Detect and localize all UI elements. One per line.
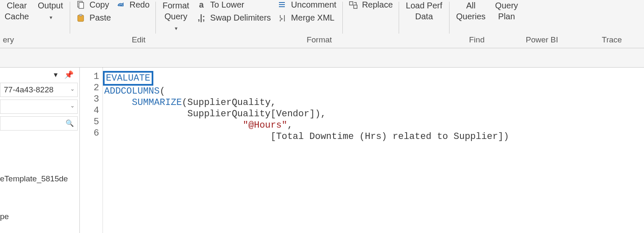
- format-stack-2: Uncomment Merge XML: [274, 0, 340, 34]
- redo-button[interactable]: Redo: [116, 0, 150, 10]
- ribbon: Clear Cache Output Copy: [0, 0, 644, 48]
- code-line[interactable]: SUMMARIZE(SupplierQuality,: [104, 97, 641, 108]
- merge-xml-button[interactable]: Merge XML: [278, 13, 336, 23]
- copy-button[interactable]: Copy: [76, 0, 111, 10]
- panel-header: ▾ 📌: [0, 68, 79, 80]
- line-number: 6: [80, 128, 99, 139]
- chevron-down-icon-2: ⌄: [70, 102, 75, 109]
- query-plan-button[interactable]: Query Plan: [490, 0, 523, 34]
- load-perf-line1: Load Perf: [406, 0, 442, 11]
- paste-icon: [76, 13, 85, 23]
- format-query-dropdown-caret: [164, 22, 187, 34]
- tree-item-1[interactable]: pe: [0, 210, 79, 223]
- load-perf-data-button[interactable]: Load Perf Data: [402, 0, 447, 34]
- query-plan-line2: Plan: [498, 11, 515, 22]
- code-area[interactable]: EVALUATEADDCOLUMNS( SUMMARIZE(SupplierQu…: [104, 71, 641, 233]
- query-plan-line1: Query: [495, 0, 518, 11]
- divider-traces: [449, 2, 449, 34]
- copy-icon: [76, 0, 85, 10]
- code-line[interactable]: SupplierQuality[Vendor]),: [104, 108, 641, 120]
- paste-button[interactable]: Paste: [76, 13, 111, 23]
- clear-cache-button[interactable]: Clear Cache: [0, 0, 34, 34]
- panel-dropdown-caret[interactable]: ▾: [54, 70, 58, 79]
- code-editor[interactable]: 1 2 3 4 5 6 EVALUATEADDCOLUMNS( SUMMARIZ…: [80, 67, 644, 233]
- svg-rect-3: [79, 14, 82, 16]
- database-dropdown-value: 77-4a43-8228: [4, 85, 53, 94]
- format-query-button[interactable]: Format Query: [158, 0, 193, 34]
- redo-label: Redo: [129, 0, 150, 10]
- group-label-edit: Edit: [84, 35, 193, 45]
- tree-item-0[interactable]: eTemplate_5815de: [0, 173, 79, 185]
- uncomment-button[interactable]: Uncomment: [278, 0, 336, 10]
- load-perf-line2: Data: [415, 11, 433, 22]
- code-line[interactable]: [Total Downtime (Hrs) related to Supplie…: [104, 131, 641, 142]
- divider-edit: [70, 2, 70, 34]
- line-number: 1: [80, 71, 99, 82]
- replace-label: Replace: [362, 0, 393, 10]
- divider-find: [342, 2, 343, 34]
- swap-delimiters-icon: ,|;: [197, 13, 206, 23]
- svg-rect-8: [354, 5, 357, 8]
- format-query-line1: Format: [163, 0, 189, 11]
- redo-icon: [116, 0, 125, 10]
- group-label-traces: Trace: [580, 35, 644, 45]
- group-label-format: Format: [197, 35, 441, 45]
- metadata-panel: ▾ 📌 77-4a43-8228 ⌄ ⌄ 🔍 eTemplate_5815de …: [0, 67, 80, 233]
- swap-delimiters-button[interactable]: ,|; Swap Delimiters: [197, 13, 271, 23]
- search-icon: 🔍: [66, 119, 74, 127]
- replace-button[interactable]: Replace: [349, 0, 393, 10]
- all-queries-button[interactable]: All Queries: [452, 0, 490, 34]
- uncomment-label: Uncomment: [291, 0, 336, 10]
- uncomment-icon: [278, 0, 287, 10]
- output-dropdown-caret: [49, 11, 53, 23]
- line-number: 5: [80, 116, 99, 128]
- line-number: 4: [80, 105, 99, 116]
- copy-label: Copy: [89, 0, 109, 10]
- ribbon-inner: Clear Cache Output Copy: [0, 0, 644, 34]
- replace-icon: [349, 0, 358, 10]
- clear-cache-line2: Cache: [5, 11, 29, 22]
- group-label-find: Find: [445, 35, 508, 45]
- output-label: Output: [38, 0, 63, 11]
- group-label-query: ery: [0, 35, 17, 45]
- to-lower-button[interactable]: a To Lower: [197, 0, 271, 10]
- group-label-powerbi: Power BI: [510, 35, 573, 45]
- database-dropdown[interactable]: 77-4a43-8228 ⌄: [0, 83, 78, 97]
- merge-xml-label: Merge XML: [291, 13, 334, 23]
- divider-powerbi: [399, 2, 399, 34]
- to-lower-label: To Lower: [210, 0, 244, 10]
- chevron-down-icon: ⌄: [70, 86, 75, 92]
- divider-format: [155, 2, 156, 34]
- edit-stack: Copy Paste: [73, 0, 114, 34]
- editor-gutter: 1 2 3 4 5 6: [80, 68, 103, 233]
- format-stack-1: a To Lower ,|; Swap Delimiters: [193, 0, 274, 34]
- format-query-line2: Query: [164, 11, 187, 34]
- svg-rect-1: [79, 3, 84, 8]
- redo-stack: Redo: [114, 0, 153, 34]
- find-stack: Replace: [345, 0, 396, 34]
- svg-rect-7: [350, 2, 353, 5]
- model-dropdown[interactable]: ⌄: [0, 99, 78, 114]
- code-line[interactable]: "@Hours",: [104, 120, 641, 131]
- panel-pin-icon[interactable]: 📌: [64, 70, 74, 79]
- all-queries-line1: All: [466, 0, 476, 11]
- merge-xml-icon: [278, 13, 287, 23]
- clear-cache-line1: Clear: [7, 0, 27, 11]
- line-number: 3: [80, 94, 99, 105]
- code-line[interactable]: EVALUATE: [104, 71, 641, 86]
- code-line[interactable]: ADDCOLUMNS(: [104, 86, 641, 97]
- output-button[interactable]: Output: [34, 0, 67, 34]
- paste-label: Paste: [89, 13, 111, 23]
- metadata-search[interactable]: 🔍: [0, 116, 78, 131]
- swap-delimiters-label: Swap Delimiters: [210, 13, 271, 23]
- to-lower-icon: a: [197, 0, 206, 10]
- line-number: 2: [80, 82, 99, 94]
- all-queries-line2: Queries: [456, 11, 486, 22]
